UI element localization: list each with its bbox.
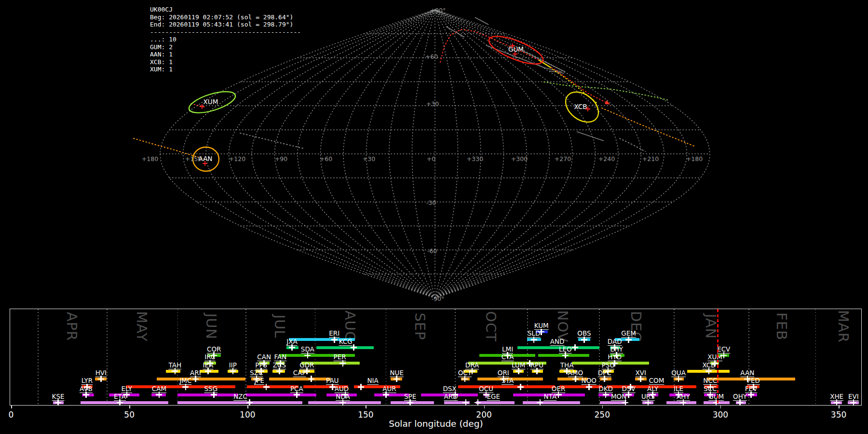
longitude-label: +150 <box>185 155 202 163</box>
peak-marker-EGE <box>475 399 481 406</box>
month-label: MAY <box>134 311 150 341</box>
peak-marker-XVI <box>637 376 644 382</box>
peak-marker-ARI <box>192 376 199 382</box>
shower-label-KCG: KCG <box>339 338 353 345</box>
shower-label-AUD: AUD <box>335 385 349 393</box>
shower-label-CAN: CAN <box>257 353 271 361</box>
peak-marker-arm <box>57 399 59 406</box>
latitude-label: -60 <box>427 247 437 255</box>
month-gridline <box>38 309 39 405</box>
longitude-label: +90 <box>275 155 287 163</box>
shower-label-JPE: JPE <box>254 377 264 384</box>
shower-label-XUM: XUM <box>707 353 722 361</box>
axis-tick-label: 300 <box>713 410 728 420</box>
peak-marker-arm <box>332 384 333 390</box>
shower-label-OCU: OCU <box>479 385 493 393</box>
peak-marker-arm <box>625 399 626 406</box>
peak-marker-MON <box>622 399 628 406</box>
shower-label-NZC: NZC <box>233 393 247 400</box>
meteor-track <box>446 27 464 37</box>
peak-marker-arm <box>683 399 684 406</box>
shower-label-SLD: SLD <box>528 329 541 337</box>
shower-label-NIA: NIA <box>367 377 378 384</box>
axis-tick <box>11 405 12 408</box>
shower-label-PCA: PCA <box>290 385 303 393</box>
peak-marker-arm <box>296 392 298 398</box>
peak-marker-NOO <box>586 384 592 390</box>
peak-marker-AHY <box>680 399 686 406</box>
peak-marker-arm <box>583 337 585 343</box>
axis-tick <box>129 405 130 408</box>
axis-tick <box>366 405 366 408</box>
longitude-label: +60 <box>320 155 332 163</box>
shower-label-SZC: SZC <box>250 369 263 377</box>
shower-label-NOO: NOO <box>582 377 597 384</box>
peak-marker-arm <box>119 399 121 406</box>
shower-label-GEM: GEM <box>621 329 636 337</box>
month-gridline <box>315 309 316 405</box>
longitude-label: +270 <box>555 155 571 163</box>
peak-marker-SSG <box>211 392 217 398</box>
peak-marker-DPC <box>601 376 608 382</box>
shower-bar-STA <box>458 385 555 388</box>
peak-marker-PER <box>339 360 346 366</box>
peak-marker-XHE <box>834 399 840 406</box>
peak-marker-SDA <box>304 352 311 358</box>
shower-label-PAU: PAU <box>326 377 339 384</box>
shower-label-CAM: CAM <box>152 385 166 393</box>
shower-label-AMO: AMO <box>568 369 583 377</box>
peak-marker-arm <box>558 392 559 398</box>
shower-label-PSU: PSU <box>602 361 615 369</box>
peak-marker-arm <box>353 344 354 351</box>
peak-marker-arm <box>307 352 309 358</box>
shower-label-COR: COR <box>207 345 221 353</box>
shower-label-EGE: EGE <box>487 393 500 400</box>
peak-marker-URS <box>645 399 651 406</box>
peak-marker-arm <box>126 392 128 398</box>
meteor-track <box>577 132 604 141</box>
shower-label-XVI: XVI <box>635 369 646 377</box>
axis-tick <box>720 405 721 408</box>
peak-marker-SLD <box>531 337 537 343</box>
peak-marker-arm <box>334 337 335 343</box>
shower-label-TAH: TAH <box>168 361 181 369</box>
stats-panel: UK00CJ Beg: 20260119 02:07:52 (sol = 298… <box>150 6 301 73</box>
shower-label-ILE: ILE <box>674 385 683 393</box>
peak-marker-IEA <box>205 368 211 374</box>
drift-trail <box>602 108 695 147</box>
peak-marker-arm <box>536 368 538 374</box>
shower-label-DSX: DSX <box>443 385 456 393</box>
peak-marker-JMC <box>182 384 189 390</box>
drift-trail <box>240 133 304 149</box>
peak-marker-TAH <box>172 368 178 374</box>
peak-marker-arm <box>465 399 467 406</box>
peak-marker-AVB <box>83 392 89 398</box>
shower-label-ORI: ORI <box>498 369 509 377</box>
peak-marker-arm <box>723 352 725 358</box>
axis-tick-label: 100 <box>240 410 255 420</box>
shower-bar-SSG <box>177 393 238 396</box>
peak-marker-NTA <box>537 399 543 406</box>
shower-bar-EGE <box>476 401 515 404</box>
peak-marker-NIA <box>358 384 364 390</box>
shower-bar-CAP <box>269 378 331 380</box>
peak-marker-AUR <box>383 392 389 398</box>
peak-marker-IIP <box>230 368 236 374</box>
peak-marker-arm <box>628 337 629 343</box>
latitude-label: +90° <box>430 7 446 14</box>
longitude-label: +210 <box>642 155 659 163</box>
shower-bar-NTA <box>523 401 580 404</box>
peak-marker-arm <box>533 337 535 343</box>
shower-label-EVI: EVI <box>848 393 859 400</box>
shower-label-AUR: AUR <box>382 385 396 393</box>
month-label: OCT <box>483 311 499 342</box>
peak-marker-arm <box>464 376 466 382</box>
peak-marker-AND <box>572 344 578 351</box>
shower-label-ECV: ECV <box>717 345 730 353</box>
shower-label-LUM: LUM <box>512 361 525 369</box>
shower-label-SPE: SPE <box>404 393 416 400</box>
shower-label-NTA: NTA <box>544 393 557 400</box>
peak-marker-XCB <box>705 368 712 374</box>
shower-label-SSG: SSG <box>204 385 217 393</box>
grid-meridian <box>321 10 435 298</box>
